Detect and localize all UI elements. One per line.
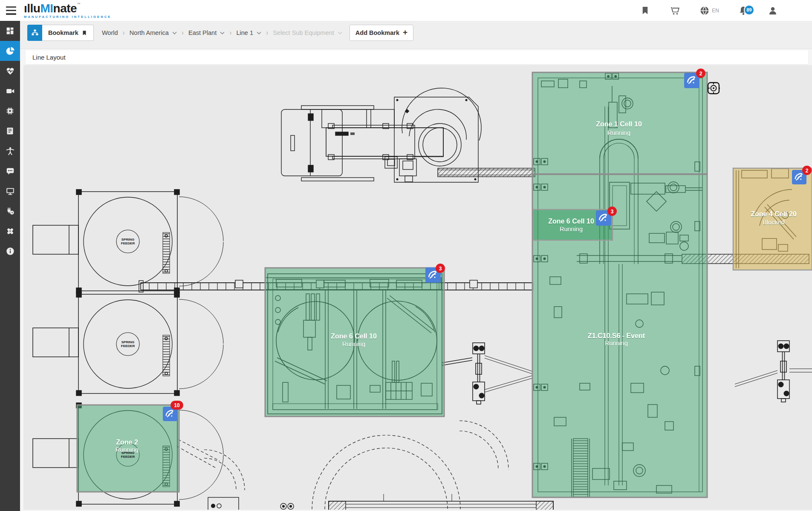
svg-text:Running: Running (607, 129, 630, 136)
breadcrumb-bar: Bookmark World › North America › East Pl… (20, 21, 812, 49)
chevron-down-icon (172, 32, 177, 34)
monitor-icon (6, 187, 15, 196)
breadcrumb-separator: › (229, 29, 231, 37)
chevron-down-icon (338, 32, 342, 34)
bookmark-icon (81, 30, 87, 36)
user-icon[interactable] (768, 6, 778, 16)
bookmark-button[interactable]: Bookmark (42, 25, 94, 41)
svg-text:Z1.C10.S6 - Event: Z1.C10.S6 - Event (588, 332, 645, 339)
sidebar-item-energy[interactable] (0, 201, 20, 221)
zone-2-device-badge[interactable]: 10 (163, 401, 183, 421)
main-content: Line Layout (20, 49, 812, 511)
breadcrumb-separator: › (266, 29, 268, 37)
notifications-button[interactable]: 89 (738, 6, 748, 16)
info-circle-icon (6, 247, 15, 256)
breadcrumb-separator: › (182, 29, 184, 37)
app-logo: ılluMInate™ MANUFACTURING INTELLIGENCE (24, 3, 111, 19)
svg-text:FEEDER: FEEDER (121, 344, 135, 348)
sidebar-item-monitor[interactable] (0, 181, 20, 201)
svg-text:Running: Running (116, 446, 139, 453)
chevron-down-icon (257, 32, 261, 34)
logo-trademark: ™ (77, 2, 80, 6)
plus-icon: + (403, 28, 407, 37)
breadcrumb-item-line[interactable]: Line 1 (236, 29, 261, 36)
chat-bubble-icon (6, 167, 15, 176)
heartbeat-icon (6, 66, 15, 76)
svg-text:10: 10 (174, 402, 180, 408)
sidebar-item-health[interactable] (0, 61, 20, 81)
pie-chart-icon (6, 46, 15, 56)
sitemap-icon (31, 29, 39, 37)
svg-text:Zone 1 Cell 10: Zone 1 Cell 10 (596, 121, 642, 128)
logo-text-accent: MI (40, 2, 53, 15)
language-selector[interactable]: EN (699, 6, 719, 16)
sidebar-item-dashboard[interactable] (0, 21, 20, 41)
svg-text:3: 3 (439, 266, 442, 272)
sidebar-item-info[interactable] (0, 241, 20, 261)
language-label: EN (712, 8, 719, 14)
logo-subtitle: MANUFACTURING INTELLIGENCE (24, 15, 111, 19)
dashboard-grid-icon (6, 26, 14, 35)
breadcrumb-item-plant[interactable]: East Plant (188, 29, 225, 36)
svg-text:SPRING: SPRING (121, 340, 135, 344)
add-bookmark-label: Add Bookmark (355, 29, 399, 36)
svg-text:Zone 2: Zone 2 (116, 439, 138, 446)
menu-icon[interactable] (5, 6, 17, 16)
breadcrumb-separator: › (123, 29, 125, 37)
sidebar (0, 21, 20, 511)
breadcrumb-item-sub-equipment[interactable]: Select Sub Equipment (273, 29, 342, 36)
sidebar-item-reports[interactable] (0, 121, 20, 141)
svg-text:Zone 6 Cell 10: Zone 6 Cell 10 (331, 333, 377, 340)
maintenance-patch-icon (6, 227, 15, 236)
chevron-down-icon (220, 32, 225, 34)
svg-text:Running: Running (605, 340, 628, 347)
equipment-settings-icon[interactable] (708, 83, 720, 94)
sidebar-item-ergonomics[interactable] (0, 141, 20, 161)
bookmark-button-label: Bookmark (48, 29, 78, 36)
report-form-icon (6, 126, 14, 135)
ergonomics-person-icon (6, 146, 15, 156)
sidebar-item-maintenance[interactable] (0, 221, 20, 241)
svg-text:SPRING: SPRING (121, 238, 135, 241)
page-title-panel: Line Layout (26, 50, 808, 64)
video-camera-icon (6, 86, 15, 96)
top-bar: ılluMInate™ MANUFACTURING INTELLIGENCE E… (0, 0, 812, 21)
svg-text:FEEDER: FEEDER (121, 241, 135, 245)
topbar-actions: EN 89 (640, 6, 778, 16)
notification-count-badge: 89 (744, 5, 754, 15)
breadcrumb-item-world[interactable]: World (102, 29, 118, 36)
cpu-chip-icon (6, 106, 14, 115)
hierarchy-tree-button[interactable] (27, 25, 42, 41)
svg-text:Zone 6 Cell 10: Zone 6 Cell 10 (548, 218, 594, 225)
breadcrumb: World › North America › East Plant › Lin… (102, 25, 342, 41)
cart-icon[interactable] (669, 6, 680, 16)
svg-text:Running: Running (560, 226, 583, 233)
svg-text:2: 2 (699, 71, 702, 77)
svg-text:FEEDER: FEEDER (121, 455, 135, 459)
logo-text: ıllu (24, 2, 40, 15)
svg-text:Running: Running (342, 341, 365, 347)
sidebar-item-camera[interactable] (0, 81, 20, 101)
line-layout-canvas: SPRING FEEDER SPRING FEEDER SPRING FEEDE… (23, 65, 812, 510)
sidebar-item-analytics[interactable] (0, 41, 20, 61)
page-title: Line Layout (32, 54, 66, 61)
sidebar-item-chip[interactable] (0, 101, 20, 121)
bookmark-icon[interactable] (640, 6, 650, 15)
globe-icon (699, 6, 710, 16)
sidebar-item-chat[interactable] (0, 161, 20, 181)
svg-text:2: 2 (806, 168, 809, 174)
logo-text: nate (53, 2, 77, 15)
power-energy-icon (6, 207, 15, 216)
svg-text:3: 3 (611, 209, 614, 215)
add-bookmark-button[interactable]: Add Bookmark + (350, 25, 413, 41)
svg-text:Blocked: Blocked (763, 219, 785, 226)
svg-text:Zone 4 Cell 20: Zone 4 Cell 20 (751, 210, 797, 218)
breadcrumb-item-region[interactable]: North America (130, 29, 177, 36)
